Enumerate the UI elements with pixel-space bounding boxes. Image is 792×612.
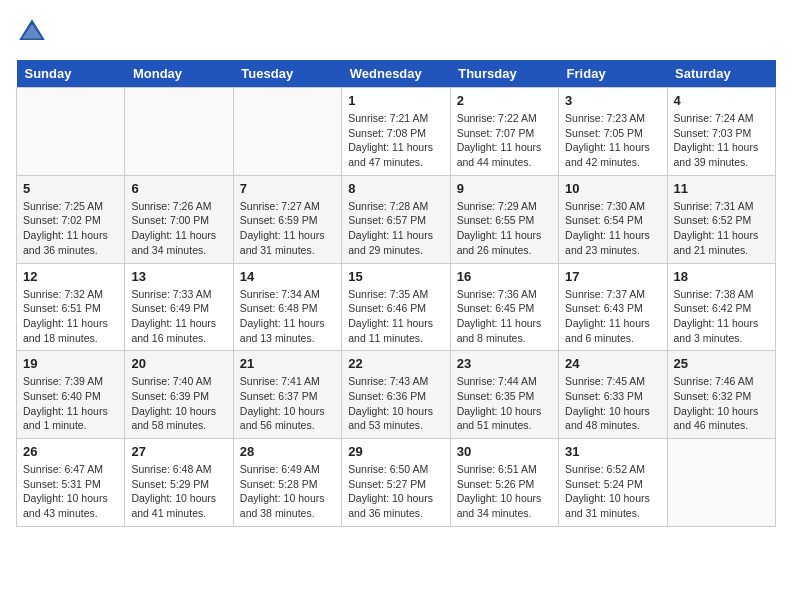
day-number: 9	[457, 181, 552, 196]
day-info: Sunrise: 7:45 AM Sunset: 6:33 PM Dayligh…	[565, 374, 660, 433]
day-number: 6	[131, 181, 226, 196]
day-info: Sunrise: 7:41 AM Sunset: 6:37 PM Dayligh…	[240, 374, 335, 433]
day-number: 7	[240, 181, 335, 196]
day-number: 12	[23, 269, 118, 284]
day-number: 2	[457, 93, 552, 108]
calendar-cell: 16Sunrise: 7:36 AM Sunset: 6:45 PM Dayli…	[450, 263, 558, 351]
logo	[16, 16, 52, 48]
day-info: Sunrise: 6:50 AM Sunset: 5:27 PM Dayligh…	[348, 462, 443, 521]
day-info: Sunrise: 7:35 AM Sunset: 6:46 PM Dayligh…	[348, 287, 443, 346]
day-info: Sunrise: 7:43 AM Sunset: 6:36 PM Dayligh…	[348, 374, 443, 433]
day-header-thursday: Thursday	[450, 60, 558, 88]
day-info: Sunrise: 7:44 AM Sunset: 6:35 PM Dayligh…	[457, 374, 552, 433]
calendar-cell	[233, 88, 341, 176]
day-number: 16	[457, 269, 552, 284]
day-info: Sunrise: 7:31 AM Sunset: 6:52 PM Dayligh…	[674, 199, 769, 258]
week-row-3: 12Sunrise: 7:32 AM Sunset: 6:51 PM Dayli…	[17, 263, 776, 351]
calendar-cell: 4Sunrise: 7:24 AM Sunset: 7:03 PM Daylig…	[667, 88, 775, 176]
calendar-cell: 17Sunrise: 7:37 AM Sunset: 6:43 PM Dayli…	[559, 263, 667, 351]
logo-icon	[16, 16, 48, 48]
day-info: Sunrise: 7:37 AM Sunset: 6:43 PM Dayligh…	[565, 287, 660, 346]
week-row-1: 1Sunrise: 7:21 AM Sunset: 7:08 PM Daylig…	[17, 88, 776, 176]
day-number: 25	[674, 356, 769, 371]
day-number: 5	[23, 181, 118, 196]
calendar-cell: 5Sunrise: 7:25 AM Sunset: 7:02 PM Daylig…	[17, 175, 125, 263]
day-number: 15	[348, 269, 443, 284]
day-header-wednesday: Wednesday	[342, 60, 450, 88]
calendar-cell: 25Sunrise: 7:46 AM Sunset: 6:32 PM Dayli…	[667, 351, 775, 439]
calendar-cell: 7Sunrise: 7:27 AM Sunset: 6:59 PM Daylig…	[233, 175, 341, 263]
day-info: Sunrise: 7:33 AM Sunset: 6:49 PM Dayligh…	[131, 287, 226, 346]
calendar-table: SundayMondayTuesdayWednesdayThursdayFrid…	[16, 60, 776, 527]
day-number: 29	[348, 444, 443, 459]
calendar-cell: 30Sunrise: 6:51 AM Sunset: 5:26 PM Dayli…	[450, 439, 558, 527]
week-row-2: 5Sunrise: 7:25 AM Sunset: 7:02 PM Daylig…	[17, 175, 776, 263]
day-number: 8	[348, 181, 443, 196]
day-info: Sunrise: 7:38 AM Sunset: 6:42 PM Dayligh…	[674, 287, 769, 346]
day-header-monday: Monday	[125, 60, 233, 88]
day-number: 24	[565, 356, 660, 371]
day-number: 1	[348, 93, 443, 108]
day-info: Sunrise: 7:25 AM Sunset: 7:02 PM Dayligh…	[23, 199, 118, 258]
day-number: 13	[131, 269, 226, 284]
day-info: Sunrise: 7:34 AM Sunset: 6:48 PM Dayligh…	[240, 287, 335, 346]
day-header-saturday: Saturday	[667, 60, 775, 88]
calendar-cell: 11Sunrise: 7:31 AM Sunset: 6:52 PM Dayli…	[667, 175, 775, 263]
calendar-cell: 14Sunrise: 7:34 AM Sunset: 6:48 PM Dayli…	[233, 263, 341, 351]
day-number: 18	[674, 269, 769, 284]
day-number: 21	[240, 356, 335, 371]
calendar-cell: 31Sunrise: 6:52 AM Sunset: 5:24 PM Dayli…	[559, 439, 667, 527]
calendar-cell: 19Sunrise: 7:39 AM Sunset: 6:40 PM Dayli…	[17, 351, 125, 439]
day-info: Sunrise: 7:32 AM Sunset: 6:51 PM Dayligh…	[23, 287, 118, 346]
calendar-cell	[17, 88, 125, 176]
calendar-cell: 29Sunrise: 6:50 AM Sunset: 5:27 PM Dayli…	[342, 439, 450, 527]
day-number: 23	[457, 356, 552, 371]
header-row: SundayMondayTuesdayWednesdayThursdayFrid…	[17, 60, 776, 88]
day-info: Sunrise: 7:46 AM Sunset: 6:32 PM Dayligh…	[674, 374, 769, 433]
day-number: 19	[23, 356, 118, 371]
day-number: 27	[131, 444, 226, 459]
day-info: Sunrise: 7:21 AM Sunset: 7:08 PM Dayligh…	[348, 111, 443, 170]
day-info: Sunrise: 7:36 AM Sunset: 6:45 PM Dayligh…	[457, 287, 552, 346]
calendar-cell: 3Sunrise: 7:23 AM Sunset: 7:05 PM Daylig…	[559, 88, 667, 176]
day-info: Sunrise: 6:52 AM Sunset: 5:24 PM Dayligh…	[565, 462, 660, 521]
calendar-cell: 12Sunrise: 7:32 AM Sunset: 6:51 PM Dayli…	[17, 263, 125, 351]
calendar-cell	[667, 439, 775, 527]
calendar-cell: 21Sunrise: 7:41 AM Sunset: 6:37 PM Dayli…	[233, 351, 341, 439]
day-info: Sunrise: 7:26 AM Sunset: 7:00 PM Dayligh…	[131, 199, 226, 258]
calendar-cell: 1Sunrise: 7:21 AM Sunset: 7:08 PM Daylig…	[342, 88, 450, 176]
calendar-cell: 2Sunrise: 7:22 AM Sunset: 7:07 PM Daylig…	[450, 88, 558, 176]
day-number: 10	[565, 181, 660, 196]
day-info: Sunrise: 7:39 AM Sunset: 6:40 PM Dayligh…	[23, 374, 118, 433]
day-info: Sunrise: 7:28 AM Sunset: 6:57 PM Dayligh…	[348, 199, 443, 258]
day-info: Sunrise: 6:49 AM Sunset: 5:28 PM Dayligh…	[240, 462, 335, 521]
calendar-cell	[125, 88, 233, 176]
day-number: 14	[240, 269, 335, 284]
calendar-cell: 10Sunrise: 7:30 AM Sunset: 6:54 PM Dayli…	[559, 175, 667, 263]
day-info: Sunrise: 7:30 AM Sunset: 6:54 PM Dayligh…	[565, 199, 660, 258]
calendar-cell: 23Sunrise: 7:44 AM Sunset: 6:35 PM Dayli…	[450, 351, 558, 439]
calendar-cell: 27Sunrise: 6:48 AM Sunset: 5:29 PM Dayli…	[125, 439, 233, 527]
calendar-cell: 8Sunrise: 7:28 AM Sunset: 6:57 PM Daylig…	[342, 175, 450, 263]
day-info: Sunrise: 6:51 AM Sunset: 5:26 PM Dayligh…	[457, 462, 552, 521]
day-info: Sunrise: 7:23 AM Sunset: 7:05 PM Dayligh…	[565, 111, 660, 170]
day-info: Sunrise: 6:48 AM Sunset: 5:29 PM Dayligh…	[131, 462, 226, 521]
calendar-cell: 15Sunrise: 7:35 AM Sunset: 6:46 PM Dayli…	[342, 263, 450, 351]
calendar-cell: 26Sunrise: 6:47 AM Sunset: 5:31 PM Dayli…	[17, 439, 125, 527]
day-header-friday: Friday	[559, 60, 667, 88]
week-row-4: 19Sunrise: 7:39 AM Sunset: 6:40 PM Dayli…	[17, 351, 776, 439]
day-info: Sunrise: 7:40 AM Sunset: 6:39 PM Dayligh…	[131, 374, 226, 433]
day-number: 20	[131, 356, 226, 371]
day-number: 31	[565, 444, 660, 459]
calendar-cell: 6Sunrise: 7:26 AM Sunset: 7:00 PM Daylig…	[125, 175, 233, 263]
day-header-sunday: Sunday	[17, 60, 125, 88]
day-number: 28	[240, 444, 335, 459]
day-info: Sunrise: 6:47 AM Sunset: 5:31 PM Dayligh…	[23, 462, 118, 521]
day-info: Sunrise: 7:27 AM Sunset: 6:59 PM Dayligh…	[240, 199, 335, 258]
day-number: 11	[674, 181, 769, 196]
day-info: Sunrise: 7:24 AM Sunset: 7:03 PM Dayligh…	[674, 111, 769, 170]
calendar-cell: 22Sunrise: 7:43 AM Sunset: 6:36 PM Dayli…	[342, 351, 450, 439]
day-info: Sunrise: 7:29 AM Sunset: 6:55 PM Dayligh…	[457, 199, 552, 258]
calendar-cell: 9Sunrise: 7:29 AM Sunset: 6:55 PM Daylig…	[450, 175, 558, 263]
calendar-cell: 24Sunrise: 7:45 AM Sunset: 6:33 PM Dayli…	[559, 351, 667, 439]
